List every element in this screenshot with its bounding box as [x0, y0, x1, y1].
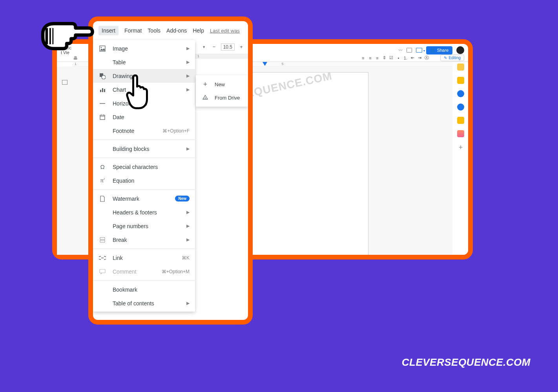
align-center-icon[interactable]: ≡ — [367, 55, 373, 61]
menu-item-image[interactable]: Image ▶ — [93, 42, 195, 55]
svg-rect-12 — [100, 238, 105, 240]
chevron-down-icon[interactable]: ▼ — [201, 44, 208, 51]
menu-separator — [93, 140, 195, 140]
svg-rect-13 — [100, 240, 105, 242]
present-icon[interactable]: ▾ — [416, 48, 422, 53]
chart-icon — [98, 87, 106, 93]
outline-icon — [62, 80, 67, 85]
shapes-icon — [98, 73, 106, 79]
menu-tools[interactable]: Tools — [148, 27, 160, 34]
pointing-hand-icon — [37, 12, 96, 64]
align-left-icon[interactable]: ≡ — [360, 55, 366, 61]
footer-watermark: CLEVERSEQUENCE.COM — [402, 356, 531, 368]
svg-point-1 — [101, 47, 102, 48]
ruler-fragment: 1 — [195, 54, 248, 59]
drawing-submenu: + New From Drive — [196, 75, 248, 107]
align-right-icon[interactable]: ≡ — [374, 55, 380, 61]
menu-separator — [93, 280, 195, 281]
chevron-right-icon: ▶ — [186, 87, 190, 92]
svg-point-15 — [205, 98, 206, 98]
cursor-hand-icon — [122, 73, 154, 113]
trend-icon[interactable]: 〰 — [398, 48, 403, 53]
increase-indent-icon[interactable]: ⇥ — [417, 55, 422, 61]
doc-icon — [98, 196, 106, 202]
comment-history-icon[interactable] — [407, 48, 412, 53]
omega-icon: Ω — [98, 163, 106, 170]
pi-icon: π² — [98, 178, 106, 183]
link-icon — [98, 256, 106, 260]
checklist-icon[interactable]: ☑ — [388, 55, 394, 61]
chevron-right-icon: ▶ — [186, 301, 190, 306]
menu-item-footnote[interactable]: Footnote ⌘+Option+F — [93, 124, 195, 138]
chevron-right-icon: ▶ — [186, 73, 190, 78]
font-size-increase[interactable]: + — [238, 44, 245, 51]
menu-format[interactable]: Format — [124, 27, 142, 34]
svg-rect-4 — [100, 90, 101, 92]
menu-item-bookmark[interactable]: Bookmark — [93, 283, 195, 296]
menu-item-comment: Comment ⌘+Option+M — [93, 265, 195, 278]
keep-icon[interactable] — [457, 77, 464, 84]
menu-item-link[interactable]: Link ⌘K — [93, 251, 195, 265]
pencil-icon: ✎ — [444, 56, 447, 60]
break-icon — [98, 237, 106, 243]
maps-icon[interactable] — [457, 117, 464, 124]
submenu-from-drive[interactable]: From Drive — [196, 91, 248, 104]
chevron-right-icon: ▶ — [186, 60, 190, 65]
submenu-new[interactable]: + New — [196, 78, 248, 91]
last-edit-link[interactable]: Last edit was — [210, 28, 240, 34]
editing-mode-button[interactable]: ✎ Editing — [440, 54, 464, 61]
outline-toggle[interactable] — [57, 67, 73, 255]
menu-item-page-numbers[interactable]: Page numbers ▶ — [93, 219, 195, 233]
menu-item-equation[interactable]: π² Equation — [93, 174, 195, 187]
menu-item-break[interactable]: Break ▶ — [93, 233, 195, 247]
drive-icon — [201, 95, 209, 100]
chevron-right-icon: ▶ — [186, 223, 190, 229]
menu-item-table[interactable]: Table ▶ — [93, 55, 195, 69]
menu-addons[interactable]: Add-ons — [166, 27, 187, 34]
menu-help[interactable]: Help — [193, 27, 204, 34]
menu-separator — [93, 189, 195, 190]
lock-icon: 👤 — [430, 48, 436, 53]
menu-item-special-characters[interactable]: Ω Special characters — [93, 160, 195, 174]
avatar[interactable] — [456, 46, 464, 54]
svg-rect-5 — [102, 88, 103, 92]
tasks-icon[interactable] — [457, 90, 464, 97]
font-size-value[interactable]: 10.5 — [221, 44, 235, 51]
comment-icon — [98, 269, 106, 274]
numbered-list-icon[interactable]: 1. — [403, 55, 408, 61]
chevron-right-icon: ▶ — [186, 210, 190, 215]
menu-item-toc[interactable]: Table of contents ▶ — [93, 296, 195, 310]
insert-menu-card: Insert Format Tools Add-ons Help Last ed… — [88, 16, 253, 325]
calendar-icon — [98, 114, 106, 120]
share-button[interactable]: 👤 Share — [426, 46, 452, 54]
decrease-indent-icon[interactable]: ⇤ — [410, 55, 415, 61]
clear-format-icon[interactable]: Ⓧ — [424, 55, 429, 61]
line-icon — [98, 100, 106, 107]
svg-rect-6 — [104, 89, 105, 92]
bulleted-list-icon[interactable]: • — [396, 55, 401, 61]
menu-item-watermark[interactable]: Watermark New — [93, 192, 195, 205]
chevron-right-icon: ▶ — [186, 146, 190, 151]
contacts-icon[interactable] — [457, 103, 464, 111]
chevron-right-icon: ▶ — [186, 237, 190, 242]
font-size-controls: ▼ − 10.5 + — [195, 40, 248, 54]
svg-rect-8 — [100, 115, 105, 120]
chevron-right-icon: ▶ — [186, 46, 190, 51]
side-panel: + — [455, 64, 467, 152]
menu-separator — [93, 249, 195, 249]
svg-rect-17 — [48, 28, 49, 44]
new-badge: New — [175, 196, 190, 201]
calendar-icon[interactable] — [457, 64, 464, 71]
menu-item-building-blocks[interactable]: Building blocks ▶ — [93, 142, 195, 156]
menu-bar: Insert Format Tools Add-ons Help Last ed… — [93, 21, 248, 40]
addon-icon[interactable] — [457, 130, 464, 137]
svg-rect-14 — [100, 269, 105, 273]
share-label: Share — [437, 48, 449, 53]
menu-insert[interactable]: Insert — [98, 26, 119, 35]
menu-item-headers-footers[interactable]: Headers & footers ▶ — [93, 205, 195, 219]
ruler-indent-marker[interactable] — [263, 62, 267, 66]
add-panel-icon[interactable]: + — [459, 143, 463, 152]
font-size-decrease[interactable]: − — [211, 44, 218, 51]
svg-rect-18 — [51, 28, 53, 44]
line-spacing-icon[interactable]: ⇕ — [381, 55, 387, 61]
